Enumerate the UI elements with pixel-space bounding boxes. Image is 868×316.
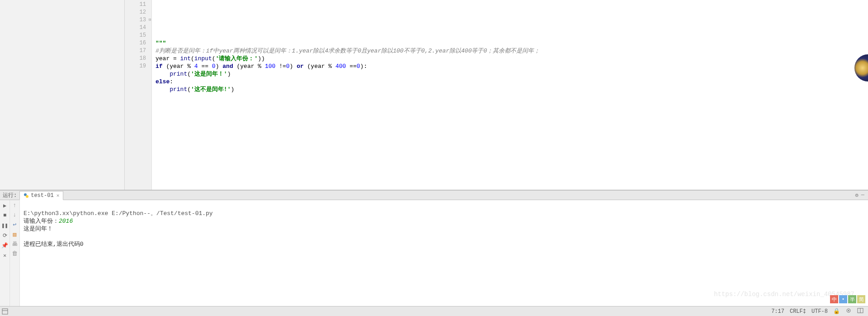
line-number: 19 xyxy=(125,62,151,70)
lock-icon[interactable]: 🔒 xyxy=(830,308,843,315)
run-tab[interactable]: test-01 ✕ xyxy=(19,191,63,200)
code-line[interactable] xyxy=(156,24,868,32)
run-toolbar-left: ▶ ■ ❚❚ ⟳ 📌 ✕ xyxy=(0,200,10,306)
run-panel-header: 运行: test-01 ✕ ⚙ — xyxy=(0,190,868,200)
line-number: 14 xyxy=(125,24,151,32)
tool-window-icon[interactable] xyxy=(2,308,8,315)
code-line[interactable] xyxy=(156,32,868,39)
editor-gutter: 111213141516171819 xyxy=(125,0,152,190)
pause-icon[interactable]: ❚❚ xyxy=(1,222,9,229)
console-cmd: E:\python3.xx\python.exe E:/Python--。/Te… xyxy=(24,210,213,217)
run-panel-body: ▶ ■ ❚❚ ⟳ 📌 ✕ ↑ ↓ ↩ ▤ 🖶 🗑 E:\python3.xx\p… xyxy=(0,200,868,306)
cursor-position[interactable]: 7:17 xyxy=(769,308,787,315)
line-number: 18 xyxy=(125,55,151,62)
svg-point-5 xyxy=(848,310,849,311)
inspector-icon[interactable] xyxy=(843,307,854,316)
file-encoding[interactable]: UTF-8 xyxy=(809,308,830,315)
status-bar: 7:17 CRLF‡ UTF-8 🔒 xyxy=(0,306,868,316)
trash-icon[interactable]: 🗑 xyxy=(12,250,18,257)
print-icon[interactable]: 🖶 xyxy=(12,241,18,248)
close-icon[interactable]: ✕ xyxy=(57,192,60,198)
svg-point-1 xyxy=(26,195,28,198)
down-icon[interactable]: ↓ xyxy=(13,211,17,218)
split-icon[interactable] xyxy=(854,307,866,316)
minimize-icon[interactable]: — xyxy=(860,192,868,198)
run-label: 运行: xyxy=(0,192,19,199)
line-number: 12 xyxy=(125,9,151,16)
code-line[interactable]: else: xyxy=(156,78,868,86)
run-tab-name: test-01 xyxy=(31,192,53,199)
line-number: 15 xyxy=(125,32,151,39)
code-line[interactable]: year = int(input('请输入年份：')) xyxy=(156,55,868,62)
close-run-icon[interactable]: ✕ xyxy=(1,252,9,259)
corner-badge: 简 xyxy=(857,295,865,303)
code-line[interactable]: print('这是闰年！') xyxy=(156,70,868,78)
svg-rect-2 xyxy=(2,309,8,314)
console-exit: 进程已结束,退出代码0 xyxy=(24,241,84,248)
corner-badge: 中 xyxy=(830,295,838,303)
up-icon[interactable]: ↑ xyxy=(13,202,17,209)
line-number: 11 xyxy=(125,1,151,9)
console-output[interactable]: E:\python3.xx\python.exe E:/Python--。/Te… xyxy=(20,200,868,306)
run-toolbar-right: ↑ ↓ ↩ ▤ 🖶 🗑 xyxy=(10,200,20,306)
project-pane[interactable] xyxy=(0,0,125,190)
fold-icon[interactable]: ⊟ xyxy=(149,16,153,21)
wrap-icon[interactable]: ↩ xyxy=(13,221,17,228)
console-prompt: 请输入年份： xyxy=(24,218,59,225)
code-line[interactable]: """ xyxy=(156,39,868,47)
line-number: 17 xyxy=(125,47,151,55)
restart-icon[interactable]: ⟳ xyxy=(1,232,9,239)
editor-code[interactable]: ⊟ """#判断是否是闰年：if中year两种情况可以是闰年：1.year除以4… xyxy=(152,0,868,190)
code-line[interactable]: if (year % 4 == 0) and (year % 100 !=0) … xyxy=(156,62,868,70)
code-line[interactable]: print('这不是闰年!') xyxy=(156,86,868,93)
editor-area: 111213141516171819 ⊟ """#判断是否是闰年：if中year… xyxy=(0,0,868,190)
line-number: 13 xyxy=(125,16,151,24)
line-number: 16 xyxy=(125,39,151,47)
pin-icon[interactable]: 📌 xyxy=(1,242,9,249)
code-line[interactable]: #判断是否是闰年：if中year两种情况可以是闰年：1.year除以4求余数等于… xyxy=(156,47,868,55)
layout-icon[interactable]: ▤ xyxy=(13,231,17,238)
play-icon[interactable]: ▶ xyxy=(1,202,9,209)
corner-badge: 半 xyxy=(848,295,856,303)
console-input: 2016 xyxy=(59,218,73,225)
line-separator[interactable]: CRLF‡ xyxy=(787,308,809,315)
stop-icon[interactable]: ■ xyxy=(1,212,9,219)
corner-badge: • xyxy=(839,295,847,303)
python-icon xyxy=(24,193,29,198)
gear-icon[interactable]: ⚙ xyxy=(854,192,860,199)
console-out-line: 这是闰年！ xyxy=(24,225,53,232)
corner-badges: 中•半简 xyxy=(830,295,865,303)
